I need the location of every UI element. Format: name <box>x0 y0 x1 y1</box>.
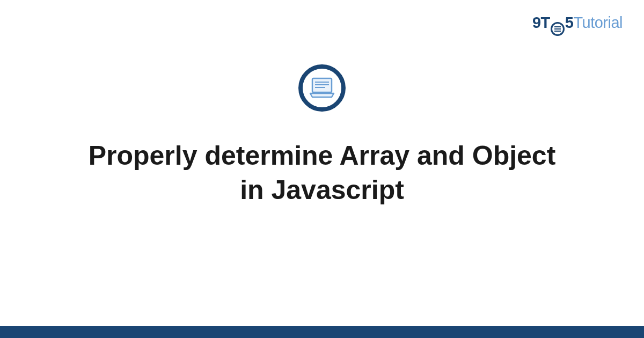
logo-o-icon <box>551 22 565 36</box>
logo-five: 5 <box>565 14 574 31</box>
logo-t1: T <box>541 14 550 31</box>
site-logo: 9T5Tutorial <box>532 14 623 34</box>
logo-tutorial: Tutorial <box>573 14 623 31</box>
laptop-icon <box>309 77 335 99</box>
logo-nine: 9 <box>532 14 541 31</box>
main-content: Properly determine Array and Object in J… <box>0 64 644 207</box>
bottom-accent-bar <box>0 326 644 338</box>
laptop-icon-circle <box>298 64 346 112</box>
page-title: Properly determine Array and Object in J… <box>80 138 564 207</box>
